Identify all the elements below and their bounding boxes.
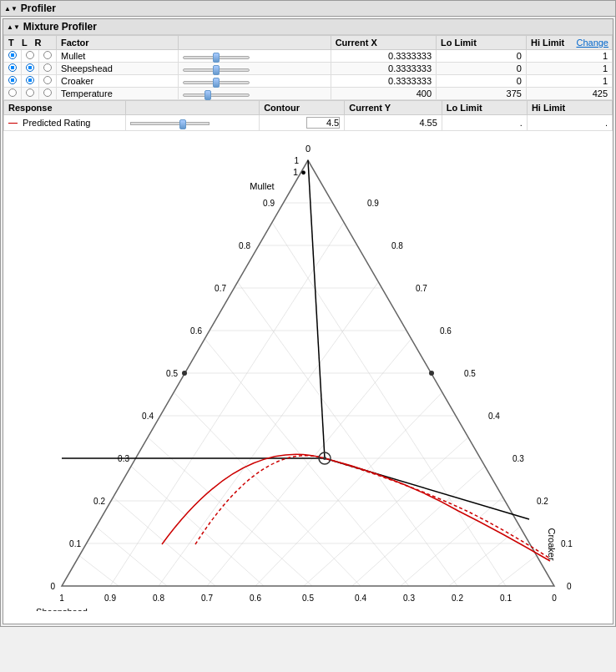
response-slider-cell[interactable] — [125, 115, 259, 131]
temp-slider-cell[interactable] — [179, 88, 331, 100]
ba-01: 0.1 — [500, 594, 512, 603]
temp-t-radio[interactable] — [8, 88, 17, 97]
mullet-slider-cell[interactable] — [179, 50, 331, 63]
croaker-lo: 0 — [437, 75, 527, 88]
change-link[interactable]: Change — [576, 38, 608, 48]
sheepshead-slider-cell[interactable] — [179, 63, 331, 75]
mullet-t-radio[interactable] — [8, 51, 17, 59]
sheepshead-l[interactable] — [22, 63, 39, 75]
temp-r[interactable] — [39, 88, 57, 100]
ba-08: 0.8 — [153, 594, 164, 603]
la-04: 0.4 — [142, 412, 154, 421]
temp-l[interactable] — [22, 88, 39, 100]
sheepshead-l-radio[interactable] — [26, 63, 34, 72]
curx-header: Current X — [331, 36, 436, 50]
mullet-l[interactable] — [22, 50, 39, 63]
mixture-collapse-triangle[interactable]: ▲▼ — [7, 23, 20, 31]
sheepshead-t-radio[interactable] — [8, 63, 17, 72]
croaker-t-radio[interactable] — [8, 76, 17, 84]
sheepshead-slider-thumb[interactable] — [213, 65, 220, 75]
mullet-t[interactable] — [4, 50, 22, 63]
croaker-l-radio[interactable] — [26, 76, 34, 84]
cury-header: Current Y — [345, 101, 442, 115]
profiler-title-bar: ▲▼ Profiler — [1, 1, 615, 17]
svg-line-22 — [497, 543, 552, 586]
svg-line-18 — [304, 373, 539, 586]
croaker-slider-cell[interactable] — [179, 75, 331, 88]
change-link-container[interactable]: Change — [576, 38, 608, 48]
croaker-r-radio[interactable] — [43, 76, 52, 84]
temp-l-radio[interactable] — [26, 88, 34, 97]
contour-input[interactable] — [306, 117, 340, 129]
croaker-r[interactable] — [39, 75, 57, 88]
response-slider-thumb[interactable] — [179, 119, 186, 129]
ra-09: 0.9 — [367, 199, 379, 208]
sheepshead-t[interactable] — [4, 63, 22, 75]
mullet-label-chart: Mullet — [250, 181, 274, 191]
temp-slider-thumb[interactable] — [204, 90, 211, 100]
right-mid-dot — [429, 371, 434, 376]
mullet-slider-thumb[interactable] — [213, 53, 220, 63]
mixture-title-bar: ▲▼ Mixture Profiler — [3, 19, 613, 35]
la-08: 0.8 — [239, 241, 250, 250]
ternary-chart-svg: 0 1 ● Mullet 0 0.1 0.2 0.3 0.4 0.5 0.6 0… — [16, 135, 600, 611]
response-header: Response — [4, 101, 126, 115]
ra-08: 0.8 — [391, 241, 403, 250]
croaker-slider-thumb[interactable] — [213, 78, 220, 88]
response-row-predicted: — Predicted Rating 4.55 . . — [4, 115, 613, 131]
ba-03: 0.3 — [403, 594, 415, 603]
contour-header: Contour — [260, 101, 345, 115]
la-07: 0.7 — [215, 284, 226, 293]
mullet-label: Mullet — [57, 50, 179, 63]
profiler-collapse-triangle[interactable]: ▲▼ — [4, 5, 18, 13]
mullet-slider[interactable] — [183, 56, 250, 59]
profiler-panel: ▲▼ Profiler ▲▼ Mixture Profiler T L R Fa… — [0, 0, 616, 627]
la-06: 0.6 — [190, 326, 202, 336]
ra-02: 0.2 — [537, 497, 548, 506]
temp-r-radio[interactable] — [43, 88, 52, 97]
left-mid-dot — [182, 371, 187, 376]
ba-04: 0.4 — [355, 594, 366, 603]
response-contour[interactable] — [260, 115, 345, 131]
mullet-l-radio[interactable] — [26, 51, 34, 59]
mixture-profiler: ▲▼ Mixture Profiler T L R Factor Current… — [3, 18, 613, 624]
svg-line-16 — [207, 288, 453, 586]
factor-row-temperature: Temperature 400 375 425 — [4, 88, 613, 100]
sheepshead-r-radio[interactable] — [43, 63, 52, 72]
ra-03: 0.3 — [512, 454, 524, 463]
temp-hi: 425 — [526, 88, 612, 100]
la-09: 0.9 — [263, 199, 275, 208]
response-lo-header: Lo Limit — [442, 101, 527, 115]
sheepshead-r[interactable] — [39, 63, 57, 75]
temp-t[interactable] — [4, 88, 22, 100]
sheepshead-slider[interactable] — [183, 68, 250, 72]
la-02: 0.2 — [93, 497, 105, 506]
ra-0: 0 — [567, 582, 572, 591]
svg-line-23 — [260, 203, 506, 586]
ba-02: 0.2 — [452, 594, 463, 603]
ba-05: 0.5 — [302, 594, 314, 603]
ra-06: 0.6 — [440, 326, 452, 336]
temp-slider[interactable] — [183, 93, 250, 97]
factor-table: T L R Factor Current X Lo Limit Hi Limit — [3, 35, 613, 100]
croaker-slider[interactable] — [183, 81, 250, 84]
sheepshead-label: Sheepshead — [57, 63, 179, 75]
response-slider[interactable] — [130, 122, 210, 125]
sheepshead-hi: 1 — [526, 63, 612, 75]
ra-01: 0.1 — [561, 539, 573, 548]
response-name-cell: — Predicted Rating — [4, 115, 126, 131]
response-table: Response Contour Current Y Lo Limit Hi L… — [3, 100, 613, 131]
mullet-curx: 0.3333333 — [331, 50, 436, 63]
response-cury: 4.55 — [345, 115, 442, 131]
lo-limit-header: Lo Limit — [437, 36, 527, 50]
sheepshead-curx: 0.3333333 — [331, 63, 436, 75]
croaker-label: Croaker — [57, 75, 179, 88]
croaker-l[interactable] — [22, 75, 39, 88]
croaker-t[interactable] — [4, 75, 22, 88]
mullet-r-radio[interactable] — [43, 51, 52, 59]
croaker-label-chart: Croaker — [547, 528, 557, 560]
mullet-r[interactable] — [39, 50, 57, 63]
tlr-header: T L R — [4, 36, 57, 50]
response-color-indicator: — — [8, 118, 18, 128]
ra-05: 0.5 — [464, 369, 476, 378]
